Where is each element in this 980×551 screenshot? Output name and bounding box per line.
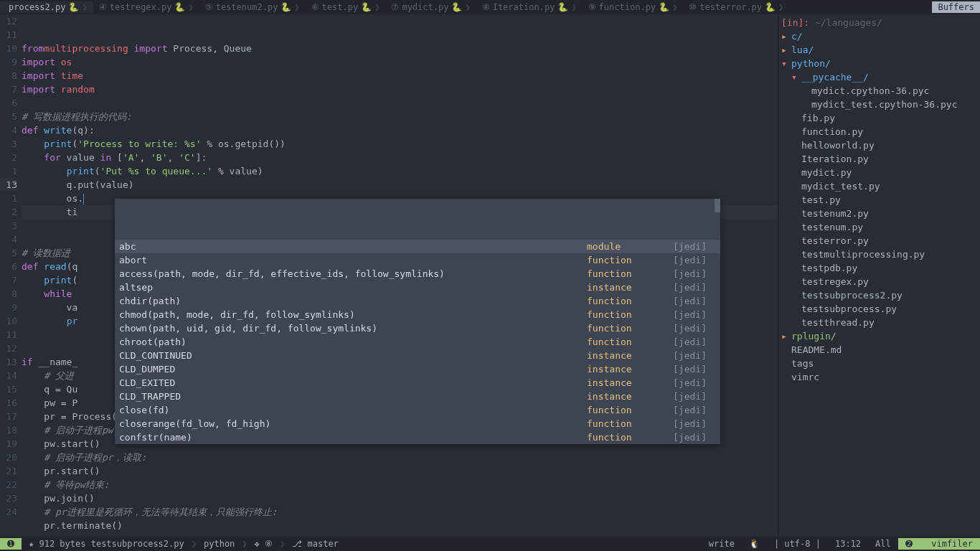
line-number: 21 <box>0 464 17 478</box>
tree-file[interactable]: mydict.cpython-36.pyc <box>781 84 977 98</box>
completion-item[interactable]: abortfunction[jedi] <box>115 253 720 267</box>
tree-file[interactable]: mydict_test.py <box>781 179 977 193</box>
tree-file[interactable]: test.py <box>781 193 977 207</box>
tab-function-py[interactable]: ⑨ function.py 🐍 ❯ <box>583 1 684 13</box>
line-number: 24 <box>0 505 17 519</box>
code-line[interactable]: pr.start() <box>22 464 778 478</box>
code-line[interactable]: # 写数据进程执行的代码: <box>22 110 778 123</box>
tree-file[interactable]: testregex.py <box>781 275 977 288</box>
code-line[interactable]: pw.join() <box>22 491 778 505</box>
code-line[interactable]: import random <box>22 83 778 96</box>
completion-item[interactable]: confstr(name)function[jedi] <box>115 430 720 444</box>
line-number: 6 <box>0 96 17 110</box>
tree-dir[interactable]: ▸c/ <box>781 29 977 43</box>
code-line[interactable] <box>22 96 778 110</box>
tree-file[interactable]: fib.py <box>781 111 977 125</box>
tree-file[interactable]: function.py <box>781 125 977 138</box>
scroll-percent: All <box>868 538 898 550</box>
line-number: 3 <box>0 219 17 232</box>
tree-file[interactable]: testthread.py <box>781 316 977 329</box>
tree-file[interactable]: tags <box>781 357 977 370</box>
tree-file[interactable]: vimrc <box>781 370 977 384</box>
code-line[interactable]: # pr进程里是死循环，无法等待其结束，只能强行终止: <box>22 505 778 519</box>
line-number: 12 <box>0 14 17 28</box>
tree-dir[interactable]: ▸rplugin/ <box>781 329 977 343</box>
code-line[interactable]: frommultiprocessing import Process, Queu… <box>22 42 778 55</box>
separator-icon: ❯ <box>192 539 197 549</box>
tab-mydict-py[interactable]: ⑦ mydict.py 🐍 ❯ <box>385 1 476 13</box>
line-number: 13 <box>0 178 17 192</box>
buffers-button[interactable]: Buffers <box>932 1 980 13</box>
code-line[interactable]: import os <box>22 55 778 69</box>
completion-item[interactable]: CLD_DUMPEDinstance[jedi] <box>115 362 720 376</box>
completion-item[interactable]: altsepinstance[jedi] <box>115 281 720 294</box>
tab-testregex-py[interactable]: ④ testregex.py 🐍 ❯ <box>93 1 199 13</box>
tree-file[interactable]: Iteration.py <box>781 152 977 166</box>
file-explorer[interactable]: [in]: ~/languages/▸c/▸lua/▾python/▾__pyc… <box>778 14 980 537</box>
tab-Iteration-py[interactable]: ⑧ Iteration.py 🐍 ❯ <box>476 1 583 13</box>
completion-item[interactable]: CLD_CONTINUEDinstance[jedi] <box>115 349 720 362</box>
tree-dir[interactable]: ▾python/ <box>781 57 977 70</box>
tab-test-py[interactable]: ⑥ test.py 🐍 ❯ <box>306 1 386 13</box>
tree-file[interactable]: README.md <box>781 343 977 357</box>
status-bar: ➊ ★ 912 bytes testsubprocess2.py ❯ pytho… <box>0 537 980 551</box>
completion-item[interactable]: closerange(fd_low, fd_high)function[jedi… <box>115 417 720 430</box>
tree-toggle-icon[interactable]: ▸ <box>781 43 791 57</box>
code-line[interactable]: # 等待pw结束: <box>22 478 778 491</box>
code-line[interactable]: q.put(value) <box>22 178 778 192</box>
line-number: 4 <box>0 232 17 246</box>
code-line[interactable]: # 启动子进程pr，读取: <box>22 451 778 464</box>
completion-item[interactable]: chroot(path)function[jedi] <box>115 335 720 349</box>
tree-dir[interactable]: ▸lua/ <box>781 43 977 57</box>
tree-toggle-icon[interactable]: ▾ <box>781 57 791 70</box>
line-number: 12 <box>0 342 17 355</box>
code-line[interactable]: print('Process to write: %s' % os.getpid… <box>22 137 778 151</box>
tree-file[interactable]: testenum2.py <box>781 207 977 220</box>
line-number: 3 <box>0 137 17 151</box>
tree-file[interactable]: testerror.py <box>781 234 977 248</box>
tree-toggle-icon[interactable]: ▸ <box>781 29 791 43</box>
tree-file[interactable]: testmultiprocessing.py <box>781 248 977 261</box>
completion-item[interactable]: CLD_EXITEDinstance[jedi] <box>115 376 720 390</box>
editor-pane[interactable]: 1211109876543211312345678910111213141516… <box>0 14 778 537</box>
line-number: 2 <box>0 151 17 164</box>
line-number: 23 <box>0 491 17 505</box>
completion-item[interactable]: chown(path, uid, gid, dir_fd, follow_sym… <box>115 321 720 335</box>
line-number: 13 <box>0 355 17 369</box>
tree-file[interactable]: testsubprocess.py <box>781 302 977 316</box>
completion-item[interactable]: close(fd)function[jedi] <box>115 403 720 417</box>
completion-item[interactable]: access(path, mode, dir_fd, effective_ids… <box>115 267 720 281</box>
tree-toggle-icon[interactable]: ▸ <box>781 329 791 343</box>
tab-testerror-py[interactable]: ⑩ testerror.py 🐍 ❯ <box>683 1 789 13</box>
line-number: 11 <box>0 28 17 42</box>
line-number: 19 <box>0 437 17 451</box>
completion-item[interactable]: abcmodule[jedi] <box>115 240 720 253</box>
code-line[interactable]: import time <box>22 69 778 83</box>
completion-item[interactable]: chdir(path)function[jedi] <box>115 294 720 308</box>
tree-file[interactable]: mydict.py <box>781 166 977 179</box>
completion-item[interactable]: chmod(path, mode, dir_fd, follow_symlink… <box>115 308 720 321</box>
line-number: 5 <box>0 246 17 260</box>
tree-dir[interactable]: ▾__pycache__/ <box>781 70 977 84</box>
tree-file[interactable]: testsubprocess2.py <box>781 288 977 302</box>
separator-icon: ❯ <box>242 539 247 549</box>
code-line[interactable]: print('Put %s to queue...' % value) <box>22 164 778 178</box>
completion-popup[interactable]: abcmodule[jedi]abortfunction[jedi]access… <box>115 199 720 444</box>
tree-file[interactable]: mydict_test.cpython-36.pyc <box>781 98 977 111</box>
mode-indicator: ➊ <box>0 538 22 550</box>
line-number: 6 <box>0 260 17 273</box>
tree-file[interactable]: testpdb.py <box>781 261 977 275</box>
line-number: 11 <box>0 328 17 342</box>
tree-file[interactable]: testenum.py <box>781 220 977 234</box>
completion-item[interactable]: CLD_TRAPPEDinstance[jedi] <box>115 390 720 403</box>
tree-toggle-icon[interactable]: ▾ <box>791 70 801 84</box>
code-content[interactable]: frommultiprocessing import Process, Queu… <box>22 14 778 537</box>
code-line[interactable]: pr.terminate() <box>22 519 778 532</box>
code-line[interactable]: for value in ['A', 'B', 'C']: <box>22 151 778 164</box>
tab-testenum2-py[interactable]: ⑤ testenum2.py 🐍 ❯ <box>199 1 306 13</box>
popup-scrollbar[interactable] <box>715 199 720 212</box>
tree-file[interactable]: helloworld.py <box>781 138 977 152</box>
code-line[interactable]: def write(q): <box>22 123 778 137</box>
os-icon: 🐧 <box>742 538 767 550</box>
tab-process2-py[interactable]: process2.py 🐍 ❯ <box>0 1 93 13</box>
